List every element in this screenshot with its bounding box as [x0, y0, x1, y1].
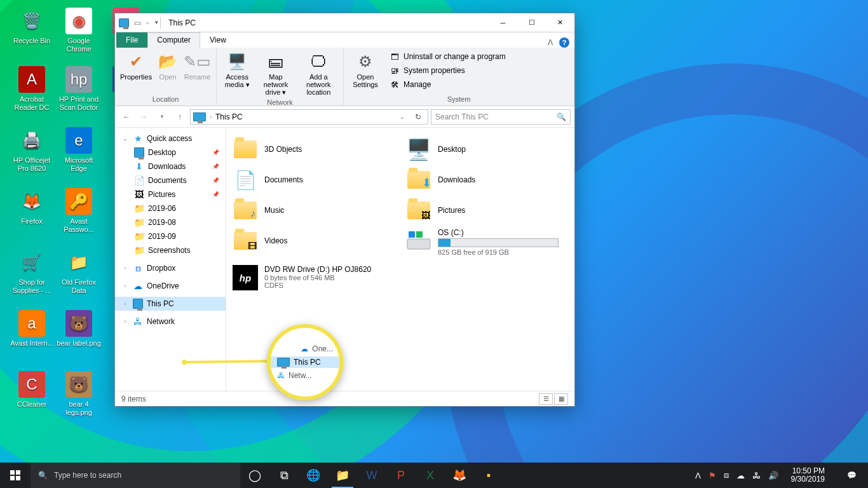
nav-desktop[interactable]: Desktop📌 — [115, 146, 226, 159]
nav-documents[interactable]: 📄Documents📌 — [115, 173, 226, 187]
desktop-icon[interactable]: 📁Old Firefox Data — [56, 249, 102, 295]
open-settings-button[interactable]: ⚙Open Settings — [348, 49, 383, 91]
recent-button[interactable]: ▼ — [154, 109, 170, 125]
ribbon-collapse-icon[interactable]: ᐱ — [548, 38, 553, 47]
nav-thispc[interactable]: ›This PC — [115, 297, 226, 311]
tile-videos[interactable]: 🎞Videos — [230, 226, 397, 256]
rename-button[interactable]: ✎▭Rename — [182, 49, 212, 83]
tile-downloads[interactable]: ⬇Downloads — [403, 165, 571, 195]
svg-rect-8 — [10, 476, 15, 480]
manage-button[interactable]: 🛠Manage — [386, 78, 510, 91]
search-input[interactable]: Search This PC 🔍 — [431, 109, 571, 125]
nav-2019-06[interactable]: 📁2019-06 — [115, 201, 226, 215]
tile-drive-c[interactable]: OS (C:) 825 GB free of 919 GB — [403, 226, 571, 262]
breadcrumb-thispc[interactable]: This PC — [215, 112, 243, 121]
qat-properties-icon[interactable]: ▭ — [134, 18, 141, 27]
ribbon: ✔Properties 📂Open ✎▭Rename Location 🖥️Ac… — [115, 48, 574, 106]
pin-icon: 📌 — [212, 177, 219, 184]
add-network-button[interactable]: 🖵Add a network location — [298, 49, 339, 98]
view-details-icon[interactable]: ☰ — [539, 393, 553, 405]
help-icon[interactable]: ? — [559, 37, 569, 48]
desktop-icon[interactable]: ◉Google Chrome — [56, 8, 102, 53]
svg-rect-2 — [416, 231, 423, 238]
desktop-icon[interactable]: 🐻bear 4 legs.png — [56, 371, 102, 417]
taskbar-word[interactable]: W — [357, 463, 386, 488]
qat-dropdown-icon[interactable]: ▼ — [154, 20, 159, 25]
taskbar-firefox[interactable]: 🦊 — [445, 463, 474, 488]
forward-button[interactable]: → — [137, 109, 152, 125]
task-view-icon[interactable]: ⧉ — [269, 463, 299, 488]
system-properties-button[interactable]: 🖳System properties — [386, 64, 510, 77]
taskbar-sticky[interactable]: ▪ — [474, 463, 503, 488]
tray-dropbox-icon[interactable]: ⧈ — [724, 470, 729, 480]
taskbar-app-1[interactable]: 🌐 — [299, 463, 328, 488]
search-icon: 🔍 — [557, 112, 566, 121]
nav-dropbox[interactable]: ›⧈Dropbox — [115, 261, 226, 275]
svg-rect-6 — [10, 470, 15, 475]
window-title: This PC — [168, 18, 196, 27]
tile-music[interactable]: ♪Music — [230, 195, 397, 226]
pin-icon: 📌 — [212, 163, 219, 170]
tab-computer[interactable]: Computer — [147, 32, 200, 48]
nav-2019-09[interactable]: 📁2019-09 — [115, 229, 226, 243]
tray-network-icon[interactable]: 🖧 — [752, 471, 761, 480]
tile-3d-objects[interactable]: 3D Objects — [230, 134, 397, 165]
nav-2019-08[interactable]: 📁2019-08 — [115, 215, 226, 229]
desktop-icon[interactable]: AAcrobat Reader DC — [9, 66, 55, 112]
svg-rect-1 — [409, 231, 415, 238]
action-center-icon[interactable]: 💬 — [837, 463, 865, 488]
tray-security-icon[interactable]: ⚑ — [709, 471, 716, 480]
maximize-button[interactable]: ☐ — [517, 13, 546, 32]
properties-button[interactable]: ✔Properties — [119, 49, 153, 83]
group-system-label: System — [348, 95, 570, 104]
cortana-icon[interactable]: ◯ — [240, 463, 269, 488]
tile-pictures[interactable]: 🖼Pictures — [403, 195, 571, 226]
desktop-icon[interactable]: CCCleaner — [9, 371, 55, 409]
tab-file[interactable]: File — [116, 32, 147, 48]
explorer-window: ▭ ▫ ▼ This PC ─ ☐ ✕ File Computer View ᐱ… — [114, 13, 575, 407]
tile-desktop[interactable]: 🖥️Desktop — [403, 134, 571, 165]
desktop-icon[interactable]: 🗑️Recycle Bin — [9, 8, 55, 45]
minimize-button[interactable]: ─ — [489, 13, 517, 32]
access-media-button[interactable]: 🖥️Access media ▾ — [220, 49, 254, 91]
tab-view[interactable]: View — [200, 32, 236, 48]
desktop-icon[interactable]: 🖨️HP Officejet Pro 8620 — [9, 127, 55, 173]
nav-quick-access[interactable]: ⌄★Quick access — [115, 132, 226, 146]
tray-volume-icon[interactable]: 🔊 — [768, 471, 778, 480]
taskbar-clock[interactable]: 10:50 PM 9/30/2019 — [786, 467, 830, 484]
title-bar[interactable]: ▭ ▫ ▼ This PC ─ ☐ ✕ — [115, 13, 574, 32]
tray-onedrive-icon[interactable]: ☁ — [736, 471, 745, 480]
qat-new-icon[interactable]: ▫ — [146, 18, 149, 27]
address-bar[interactable]: › This PC ⌄ ↻ — [190, 109, 428, 125]
up-button[interactable]: ↑ — [172, 109, 187, 125]
nav-downloads[interactable]: ⬇Downloads📌 — [115, 159, 226, 173]
status-bar: 9 items ☰ ▦ — [115, 391, 574, 406]
view-large-icon[interactable]: ▦ — [554, 393, 568, 405]
nav-network[interactable]: ›🖧Network — [115, 315, 226, 329]
nav-pictures[interactable]: 🖼Pictures📌 — [115, 187, 226, 201]
nav-onedrive[interactable]: ›☁OneDrive — [115, 279, 226, 293]
taskbar-search[interactable]: 🔍Type here to search — [31, 463, 240, 488]
desktop-icon[interactable]: aAvast Intern... — [9, 310, 55, 348]
tile-documents[interactable]: 📄Documents — [230, 165, 397, 195]
desktop-icon[interactable]: hpHP Print and Scan Doctor — [56, 66, 102, 112]
tray-chevron-icon[interactable]: ᐱ — [695, 471, 701, 480]
taskbar-explorer[interactable]: 📁 — [328, 463, 357, 488]
desktop-icon[interactable]: 🔑Avast Passwo... — [56, 188, 102, 234]
desktop-icon[interactable]: eMicrosoft Edge — [56, 127, 102, 173]
taskbar-powerpoint[interactable]: P — [386, 463, 416, 488]
address-dropdown-icon[interactable]: ⌄ — [397, 114, 407, 120]
back-button[interactable]: ← — [119, 109, 134, 125]
close-button[interactable]: ✕ — [546, 13, 574, 32]
open-button[interactable]: 📂Open — [154, 49, 181, 83]
map-drive-button[interactable]: 🖴Map network drive ▾ — [255, 49, 296, 98]
desktop-icon[interactable]: 🦊Firefox — [9, 188, 55, 226]
taskbar-excel[interactable]: X — [416, 463, 445, 488]
start-button[interactable] — [0, 463, 31, 488]
desktop-icon[interactable]: 🛒Shop for Supplies - ... — [9, 249, 55, 295]
desktop-icon[interactable]: 🐻bear label.png — [56, 310, 102, 348]
uninstall-button[interactable]: 🗔Uninstall or change a program — [386, 50, 510, 63]
refresh-icon[interactable]: ↻ — [411, 112, 425, 121]
tile-dvd-drive[interactable]: hp DVD RW Drive (D:) HP OJ8620 0 bytes f… — [230, 262, 397, 293]
nav-screenshots[interactable]: 📁Screenshots — [115, 243, 226, 257]
